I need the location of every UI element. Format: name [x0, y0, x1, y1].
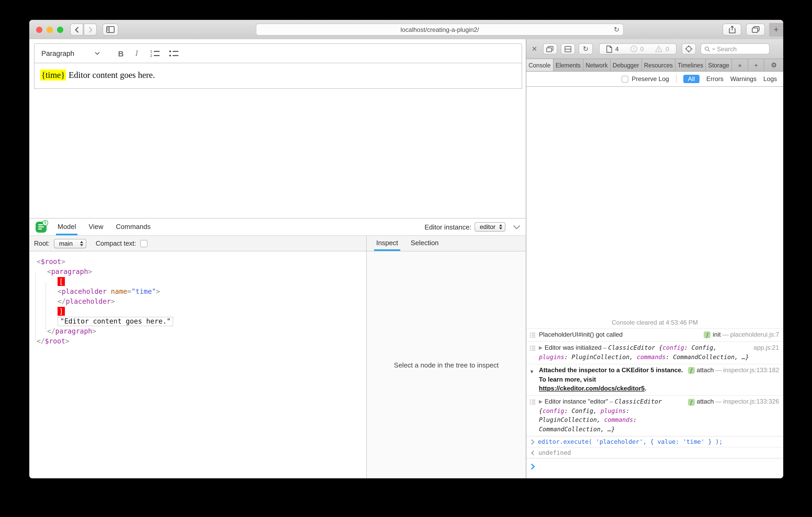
page-status-group[interactable]: 4 0 0	[599, 43, 676, 54]
compact-text-label: Compact text:	[96, 240, 136, 247]
address-bar[interactable]: localhost/creating-a-plugin2/ ↻	[256, 24, 624, 35]
editor-paragraph: {time}Editor content goes here.	[34, 63, 522, 81]
bold-button[interactable]: B	[115, 49, 127, 58]
result-arrow-icon	[530, 450, 535, 456]
tab-overview-button[interactable]	[746, 24, 765, 35]
tab-storage[interactable]: Storage	[706, 59, 732, 71]
tree-node-placeholder-open[interactable]: <placeholdername="time">	[29, 286, 366, 296]
tab-console[interactable]: Console	[526, 59, 553, 71]
chevron-down-icon	[95, 52, 100, 55]
new-tab-button[interactable]: +	[769, 23, 783, 37]
italic-button[interactable]: I	[130, 49, 143, 58]
detach-window-button[interactable]	[543, 43, 557, 54]
filter-logs[interactable]: Logs	[763, 75, 777, 83]
resource-count: 4	[615, 45, 619, 53]
bulleted-list-button[interactable]	[167, 50, 180, 57]
detach-icon	[547, 46, 554, 52]
editor-instance-label: Editor instance:	[425, 223, 471, 231]
source-location-link[interactable]: app.js:21	[754, 344, 779, 353]
evaluated-code: editor.execute( 'placeholder', { value: …	[538, 438, 723, 446]
inspector-search-field[interactable]: Search	[701, 43, 770, 54]
function-badge: f	[688, 399, 695, 405]
browser-toolbar: localhost/creating-a-plugin2/ ↻ +	[29, 20, 783, 40]
warning-icon	[655, 45, 663, 52]
filter-errors[interactable]: Errors	[706, 75, 723, 83]
paragraph-style-label: Paragraph	[41, 50, 74, 57]
forward-button[interactable]	[84, 24, 97, 35]
tab-network[interactable]: Network	[583, 59, 610, 71]
share-button[interactable]	[723, 24, 742, 35]
paragraph-style-dropdown[interactable]: Paragraph	[41, 50, 100, 57]
disclosure-triangle-open[interactable]: ▼	[529, 369, 534, 374]
editor-instance-select[interactable]: editor	[474, 222, 505, 232]
tree-node-placeholder-close[interactable]: </placeholder>	[29, 296, 366, 306]
tab-model[interactable]: Model	[58, 218, 76, 235]
screen: localhost/creating-a-plugin2/ ↻ + Paragr…	[0, 0, 812, 517]
numbered-list-button[interactable]: 12	[148, 50, 162, 57]
tab-commands[interactable]: Commands	[116, 218, 151, 235]
numbered-list-icon: 12	[150, 50, 160, 57]
log-text: Attached the inspector to a CKEditor 5 i…	[539, 367, 683, 383]
root-label: Root:	[34, 240, 50, 247]
plus-icon: +	[774, 25, 779, 35]
close-window-button[interactable]	[36, 27, 42, 33]
back-button[interactable]	[70, 24, 83, 35]
svg-text:2: 2	[150, 53, 152, 57]
chevron-right-icon	[88, 26, 92, 33]
selection-start-marker: [	[29, 277, 366, 286]
console-result-row: undefined	[526, 447, 783, 458]
console-prompt[interactable]	[526, 458, 783, 478]
preserve-log-checkbox[interactable]	[622, 75, 629, 82]
filter-all[interactable]: All	[683, 75, 699, 83]
more-tabs-button[interactable]: »	[732, 59, 748, 71]
source-location-link[interactable]: placeholderui.js:7	[730, 330, 779, 339]
add-tab-button[interactable]: +	[748, 59, 764, 71]
tree-node-root-open[interactable]: <$root>	[29, 257, 366, 267]
reload-page-button[interactable]: ↻	[579, 43, 593, 54]
log-text: Editor instance "editor"	[545, 398, 608, 405]
settings-button[interactable]: ⚙	[764, 59, 783, 71]
crosshair-icon	[685, 45, 693, 53]
disclosure-triangle[interactable]: ▶	[539, 345, 543, 351]
tab-elements[interactable]: Elements	[553, 59, 583, 71]
function-badge: f	[704, 332, 711, 338]
compact-text-checkbox[interactable]	[140, 240, 148, 247]
tree-node-root-close[interactable]: </$root>	[29, 336, 366, 346]
source-location-link[interactable]: inspector.js:133:182	[723, 366, 779, 375]
collapse-inspector-button[interactable]	[513, 224, 521, 229]
tab-selection[interactable]: Selection	[411, 236, 439, 251]
model-tree[interactable]: <$root> <paragraph> [ <placeholdername="…	[29, 251, 366, 478]
reload-icon[interactable]: ↻	[614, 26, 619, 33]
element-picker-button[interactable]	[682, 43, 696, 54]
tree-node-text[interactable]: "Editor content goes here."	[29, 316, 366, 326]
tabs-icon	[752, 26, 759, 33]
model-controls: Root: main Compact text:	[29, 236, 366, 251]
root-select[interactable]: main	[54, 239, 86, 248]
tab-debugger[interactable]: Debugger	[610, 59, 642, 71]
console-output[interactable]: Console cleared at 4:53:46 PM Placeholde…	[526, 87, 783, 478]
prompt-chevron-icon	[530, 439, 535, 445]
tab-inspect[interactable]: Inspect	[376, 236, 398, 251]
minimize-window-button[interactable]	[47, 27, 53, 33]
tree-node-paragraph-close[interactable]: </paragraph>	[29, 326, 366, 336]
disclosure-triangle[interactable]: ▶	[539, 399, 543, 404]
function-badge: f	[688, 367, 695, 374]
tab-timelines[interactable]: Timelines	[675, 59, 706, 71]
sidebar-toggle-button[interactable]	[103, 24, 118, 35]
window-content: Paragraph B I 12 {time}Editor content go…	[29, 39, 783, 478]
editor-toolbar: Paragraph B I 12	[34, 43, 522, 63]
tab-resources[interactable]: Resources	[642, 59, 675, 71]
filter-warnings[interactable]: Warnings	[730, 75, 757, 83]
web-inspector-tab-bar: Console Elements Network Debugger Resour…	[526, 59, 783, 71]
source-location-link[interactable]: inspector.js:133:326	[723, 398, 779, 407]
close-inspector-button[interactable]: ✕	[531, 45, 537, 53]
tree-node-paragraph-open[interactable]: <paragraph>	[29, 267, 366, 277]
placeholder-widget[interactable]: {time}	[40, 69, 66, 81]
select-arrows-icon	[80, 241, 83, 246]
editor-content-area[interactable]: {time}Editor content goes here.	[34, 63, 522, 89]
svg-text:1: 1	[150, 50, 152, 53]
dock-to-bottom-button[interactable]	[561, 43, 575, 54]
tab-view[interactable]: View	[89, 218, 103, 235]
console-link[interactable]: https://ckeditor.com/docs/ckeditor5	[539, 385, 645, 392]
zoom-window-button[interactable]	[57, 27, 63, 33]
